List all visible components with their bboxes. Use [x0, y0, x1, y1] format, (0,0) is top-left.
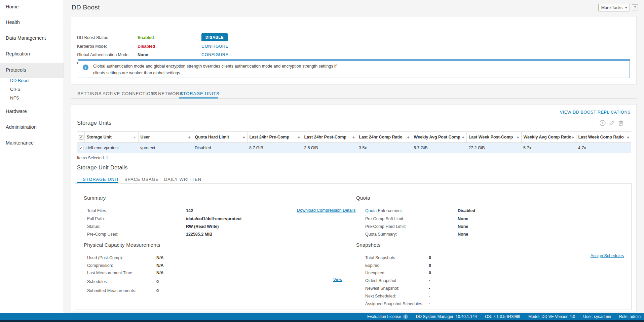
column-header-lastweek-postcomp[interactable]: Last Week Post-Comp◆	[466, 132, 521, 143]
column-header-weekly-ratio[interactable]: Weekly Avg Comp Ratio◆	[521, 132, 576, 143]
sidebar-item-home[interactable]: Home	[6, 4, 19, 9]
row-checkbox[interactable]: ✓	[79, 146, 83, 150]
column-label: Last 24hr Pre-Comp	[250, 135, 290, 139]
compression-value: N/A	[156, 263, 164, 268]
precomp-used-label: Pre-Comp Used:	[87, 232, 118, 237]
plus-circle-icon	[599, 120, 606, 126]
column-label: Last Week Post-Comp	[469, 135, 513, 139]
tabs-divider	[71, 98, 637, 98]
full-path-value: /data/col1/dell-emc-vprotect	[186, 216, 241, 221]
license-info-icon[interactable]: i	[403, 314, 408, 319]
tab-settings[interactable]: SETTINGS	[77, 91, 102, 96]
tab-ip-network[interactable]: IP NETWORK	[152, 91, 183, 96]
column-label: Weekly Avg Comp Ratio	[524, 135, 572, 139]
cell-user: vprotect	[138, 143, 193, 153]
sort-icon: ◆	[572, 136, 574, 139]
compression-label: Compression:	[87, 263, 113, 268]
column-header-last24-postcomp[interactable]: Last 24hr Post-Comp◆	[302, 132, 357, 143]
tab-storage-unit[interactable]: STORAGE UNIT	[83, 177, 119, 182]
sidebar-item-protocols[interactable]: Protocols	[6, 67, 26, 73]
model-text: Model: DD VE Version 4.0	[528, 314, 575, 319]
system-manager-ip-text: DD System Manager: 10.40.1.144	[416, 314, 477, 319]
column-header-weekly-postcomp[interactable]: Weekly Avg Post Comp◆	[412, 132, 466, 143]
sort-icon: ◆	[188, 136, 190, 139]
sidebar-item-dd-boost[interactable]: DD Boost	[10, 78, 30, 83]
sidebar-item-administration[interactable]: Administration	[6, 124, 37, 130]
assigned-snapshot-schedules-value: -	[429, 301, 430, 306]
sidebar-item-cifs[interactable]: CIFS	[10, 87, 21, 92]
sidebar-item-maintenance[interactable]: Maintenance	[6, 140, 34, 146]
column-header-last24-precomp[interactable]: Last 24hr Pre-Comp◆	[247, 132, 302, 143]
sidebar-item-nfs[interactable]: NFS	[10, 95, 19, 100]
add-storage-unit-button[interactable]	[599, 120, 606, 126]
precomp-used-value: 122585.2 MiB	[186, 232, 213, 237]
column-header-user[interactable]: User◆	[138, 132, 193, 143]
configure-auth-link[interactable]: CONFIGURE	[201, 52, 228, 57]
dd-boost-status-label: DD Boost Status:	[77, 35, 109, 40]
unexpired-value: 0	[429, 271, 431, 275]
schedules-label: Schedules:	[87, 279, 108, 284]
sort-icon: ◆	[407, 136, 409, 139]
column-label: Storage Unit	[87, 135, 112, 139]
last-measurement-time-value: N/A	[156, 271, 164, 275]
next-scheduled-value: -	[429, 294, 430, 298]
assign-schedules-link[interactable]: Assign Schedules	[591, 253, 624, 258]
tab-active-connections[interactable]: ACTIVE CONNECTIONS	[103, 91, 157, 96]
sidebar-item-health[interactable]: Health	[6, 19, 20, 25]
table-header-row: ✓ Storage Unit▲ User◆ Quota Hard Limit◆ …	[77, 132, 631, 143]
column-header-lastweek-ratio[interactable]: Last Week Comp Ratio◆	[576, 132, 631, 143]
tab-storage-units[interactable]: STORAGE UNITS	[180, 91, 220, 96]
sidebar-item-data-management[interactable]: Data Management	[6, 35, 46, 41]
help-button[interactable]: ?	[632, 4, 638, 10]
quota-summary-label: Quota Summary:	[365, 232, 397, 237]
sidebar-item-replication[interactable]: Replication	[6, 51, 30, 56]
column-header-last24-ratio[interactable]: Last 24hr Comp Ratio◆	[357, 132, 412, 143]
storage-unit-details-panel: Summary Total Files: 142 Download Compre…	[75, 183, 632, 310]
status-bar-bottom-strip	[0, 320, 644, 322]
sidebar-item-hardware[interactable]: Hardware	[6, 109, 27, 114]
select-all-checkbox[interactable]: ✓	[79, 135, 83, 139]
column-label: Last 24hr Comp Ratio	[359, 135, 403, 139]
total-snapshots-link[interactable]: Total Snapshots:	[365, 255, 396, 260]
chevron-down-icon: ▾	[625, 6, 627, 9]
delete-storage-unit-button[interactable]	[617, 120, 624, 126]
download-compression-details-link[interactable]: Download Compression Details	[297, 208, 355, 213]
column-label: Last Week Comp Ratio	[578, 135, 624, 139]
newest-snapshot-label: Newest Snapshot:	[365, 286, 399, 291]
sidebar: Home Health Data Management Replication …	[0, 0, 64, 313]
quota-heading: Quota	[356, 195, 629, 204]
column-label: Quota Hard Limit	[195, 135, 229, 139]
more-tasks-button[interactable]: More Tasks ▾	[598, 4, 630, 11]
sort-icon: ◆	[298, 136, 300, 139]
oldest-snapshot-value: -	[429, 278, 430, 283]
dd-boost-status-card: DD Boost Status: Enabled DISABLE Kerbero…	[71, 16, 637, 84]
storage-unit-details-heading: Storage Unit Details	[77, 164, 128, 171]
precomp-hard-limit-value: None	[458, 224, 468, 229]
sort-icon: ◆	[243, 136, 245, 139]
view-link[interactable]: View	[333, 277, 342, 282]
view-dd-boost-replications-link[interactable]: VIEW DD BOOST REPLICATIONS	[560, 110, 631, 115]
submitted-measurements-label: Submitted Measurements:	[87, 288, 136, 293]
snapshots-heading: Snapshots	[356, 242, 629, 251]
cell-storage-unit: dell-emc-vprotect	[84, 143, 138, 153]
disable-button[interactable]: DISABLE	[201, 33, 228, 41]
user-text: User: sysadmin	[583, 314, 611, 319]
edit-storage-unit-button[interactable]	[608, 120, 615, 126]
total-snapshots-value: 0	[429, 255, 431, 260]
quota-link[interactable]: Quota	[365, 208, 377, 213]
column-label: Last 24hr Post-Comp	[304, 135, 347, 139]
column-header-quota-hard-limit[interactable]: Quota Hard Limit◆	[193, 132, 247, 143]
configure-kerberos-link[interactable]: CONFIGURE	[201, 44, 228, 49]
sort-icon: ◆	[462, 136, 464, 139]
pencil-icon	[608, 120, 615, 126]
sort-icon: ◆	[517, 136, 519, 139]
storage-units-heading: Storage Units	[77, 120, 112, 126]
table-row[interactable]: ✓ dell-emc-vprotect vprotect Disabled 8.…	[77, 143, 631, 153]
total-files-label: Total Files:	[87, 208, 107, 213]
tab-space-usage[interactable]: SPACE USAGE	[124, 177, 159, 182]
sort-icon: ◆	[352, 136, 354, 139]
pcm-heading: Physical Capacity Measurements	[84, 242, 316, 251]
tab-daily-written[interactable]: DAILY WRITTEN	[164, 177, 201, 182]
precomp-soft-limit-label: Pre-Comp Soft Limit:	[365, 216, 404, 221]
column-header-storage-unit[interactable]: Storage Unit▲	[84, 132, 138, 143]
